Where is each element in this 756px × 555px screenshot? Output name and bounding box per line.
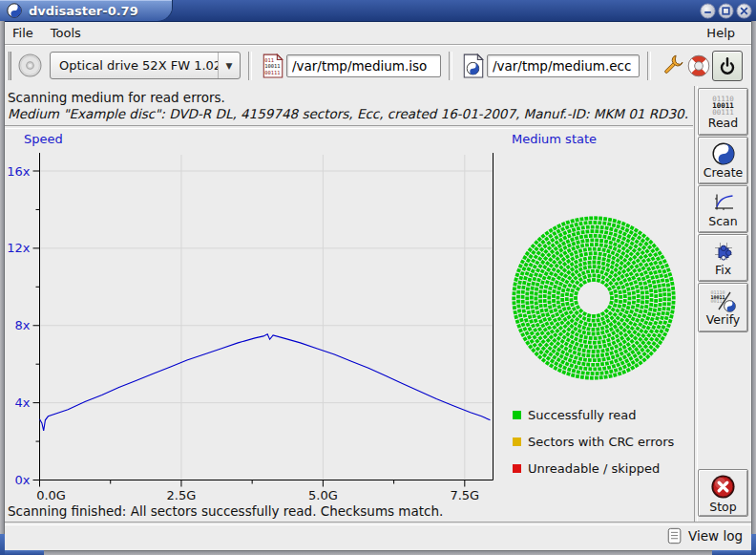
scan-plot-icon bbox=[712, 191, 735, 214]
create-button-label: Create bbox=[704, 166, 744, 179]
verify-button-label: Verify bbox=[706, 313, 740, 326]
svg-text:5.0G: 5.0G bbox=[308, 488, 338, 502]
verify-button[interactable]: 01110 10011 00111 Verify bbox=[698, 283, 748, 332]
window-frame-right bbox=[751, 21, 756, 555]
legend-label: Successfully read bbox=[528, 408, 636, 422]
resize-grip-bottom-right[interactable] bbox=[751, 534, 756, 555]
iso-path-input[interactable] bbox=[286, 54, 441, 77]
help-button[interactable] bbox=[685, 53, 712, 79]
speed-chart: 0x4x8x12x16x0.0G2.5G5.0G7.5G bbox=[6, 129, 502, 503]
power-icon bbox=[716, 54, 739, 77]
ecc-path-input[interactable] bbox=[487, 54, 640, 77]
resize-grip-bottom-left[interactable] bbox=[0, 550, 44, 555]
stop-button[interactable]: Stop bbox=[698, 469, 748, 517]
svg-text:2.5G: 2.5G bbox=[167, 488, 197, 502]
toolbar-separator bbox=[647, 52, 651, 80]
scan-button[interactable]: Scan bbox=[698, 185, 748, 233]
titlebar-tab[interactable]: dvdisaster-0.79 bbox=[0, 0, 172, 21]
read-button[interactable]: 01110 10011 00111 Read bbox=[698, 88, 748, 136]
legend-label: Sectors with CRC errors bbox=[528, 435, 674, 449]
fix-button-label: Fix bbox=[715, 264, 731, 276]
toolbar-grip[interactable] bbox=[7, 52, 11, 80]
iso-file-icon bbox=[262, 53, 284, 78]
action-status-line: Scanning medium for read errors. bbox=[8, 90, 225, 105]
legend-item: Successfully read bbox=[513, 406, 674, 424]
medium-info-line: Medium "Example disc": DVD-R DL, 4159748… bbox=[8, 106, 688, 121]
stop-button-label: Stop bbox=[709, 501, 736, 513]
puzzle-icon bbox=[712, 240, 735, 263]
chevron-down-icon: ▼ bbox=[218, 53, 240, 78]
legend-item: Unreadable / skipped bbox=[513, 459, 674, 478]
legend-label: Unreadable / skipped bbox=[528, 461, 660, 476]
toolbar-separator bbox=[449, 52, 452, 80]
toolbar-separator bbox=[248, 52, 252, 80]
stop-icon bbox=[710, 474, 736, 500]
separator bbox=[4, 522, 752, 525]
view-log-button[interactable]: View log bbox=[666, 525, 743, 546]
drive-selector-dropdown[interactable]: Optical drive 52X FW 1.02 ▼ bbox=[50, 52, 241, 79]
menu-tools[interactable]: Tools bbox=[42, 24, 90, 42]
window-frame-bottom bbox=[0, 550, 756, 555]
window-controls bbox=[700, 3, 752, 19]
menu-file[interactable]: File bbox=[4, 24, 42, 42]
optical-drive-icon bbox=[18, 53, 42, 77]
menubar: File Tools Help bbox=[4, 22, 752, 45]
read-icon: 01110 10011 00111 bbox=[712, 96, 734, 116]
wrench-icon bbox=[660, 53, 684, 78]
legend-swatch bbox=[513, 464, 521, 473]
svg-text:7.5G: 7.5G bbox=[450, 488, 479, 502]
titlebar[interactable]: dvdisaster-0.79 bbox=[0, 0, 756, 22]
read-button-label: Read bbox=[708, 117, 738, 129]
maximize-button[interactable] bbox=[718, 3, 734, 19]
menu-help[interactable]: Help bbox=[698, 24, 744, 42]
legend-swatch bbox=[513, 411, 521, 419]
svg-text:16x: 16x bbox=[7, 164, 31, 179]
verify-icon: 01110 10011 00111 bbox=[711, 289, 736, 312]
svg-text:0.0G: 0.0G bbox=[36, 488, 66, 502]
result-status-line: Scanning finished: All sectors successfu… bbox=[8, 503, 443, 519]
legend-item: Sectors with CRC errors bbox=[513, 433, 674, 451]
close-button[interactable] bbox=[736, 3, 752, 19]
minimize-button[interactable] bbox=[700, 3, 716, 19]
svg-text:12x: 12x bbox=[7, 241, 31, 255]
lifesaver-icon bbox=[686, 53, 711, 78]
svg-text:4x: 4x bbox=[15, 395, 31, 410]
yin-yang-icon bbox=[712, 142, 735, 165]
quit-button[interactable] bbox=[712, 51, 743, 81]
view-log-label: View log bbox=[688, 528, 743, 544]
drive-selector-value: Optical drive 52X FW 1.02 bbox=[51, 58, 218, 73]
log-list-icon bbox=[666, 527, 683, 544]
app-logo-icon bbox=[7, 3, 22, 18]
window-frame-left bbox=[0, 21, 5, 555]
svg-text:8x: 8x bbox=[15, 318, 31, 332]
legend-swatch bbox=[513, 438, 521, 446]
toolbar: Optical drive 52X FW 1.02 ▼ bbox=[4, 45, 752, 86]
medium-state-disc bbox=[506, 143, 695, 387]
medium-state-legend: Successfully readSectors with CRC errors… bbox=[513, 406, 674, 478]
resize-grip-bottom-left[interactable] bbox=[0, 534, 5, 555]
window-title: dvdisaster-0.79 bbox=[29, 4, 138, 18]
create-button[interactable]: Create bbox=[698, 137, 748, 184]
scan-button-label: Scan bbox=[708, 215, 737, 227]
resize-grip-bottom-right[interactable] bbox=[712, 550, 756, 555]
svg-text:0x: 0x bbox=[15, 473, 31, 487]
fix-button[interactable]: Fix bbox=[698, 234, 748, 282]
app-window: dvdisaster-0.79 File Tools Help bbox=[0, 0, 756, 555]
ecc-file-icon bbox=[463, 53, 484, 78]
preferences-button[interactable] bbox=[659, 53, 685, 79]
